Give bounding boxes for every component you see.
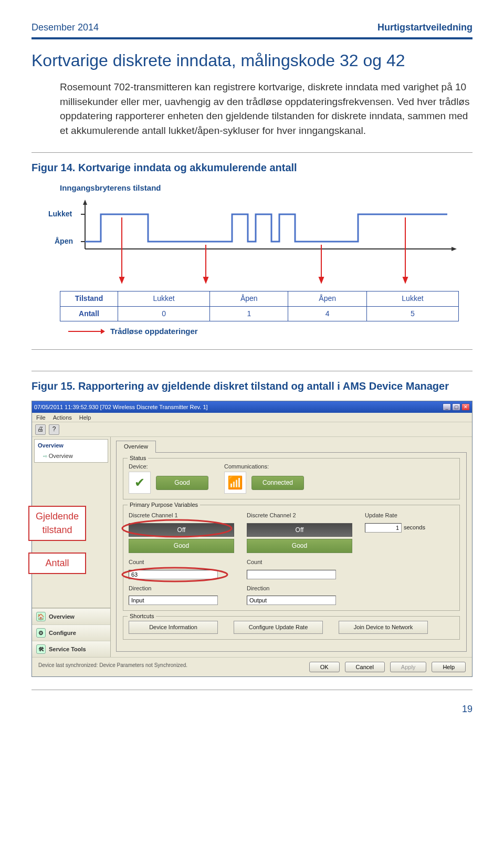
sidebar-item-overview[interactable]: 🏠 Overview	[32, 608, 110, 624]
ams-window: 07/05/2011 11:39:52.930 [702 Wireless Di…	[32, 401, 472, 677]
figure14-caption: Figur 14. Kortvarige inndata og akkumule…	[32, 160, 472, 175]
shortcuts-legend: Shortcuts	[128, 612, 156, 620]
divider	[32, 371, 472, 371]
divider	[32, 690, 472, 690]
window-titlebar: 07/05/2011 11:39:52.930 [702 Wireless Di…	[32, 401, 472, 413]
update-rate-label: Update Rate	[365, 512, 454, 519]
arrow-icon	[68, 329, 105, 334]
table-row: Tilstand Lukket Åpen Åpen Lukket	[60, 291, 459, 307]
section-heading: Kortvarige diskrete inndata, målingskode…	[32, 49, 472, 72]
cell: Åpen	[288, 291, 366, 307]
ppv-group: Primary Purpose Variables Discrete Chann…	[123, 505, 460, 611]
header-doc-title: Hurtigstartveiledning	[377, 21, 472, 34]
shortcut-configure-update-button[interactable]: Configure Update Rate	[234, 621, 323, 634]
channel1-direction-field[interactable]	[129, 596, 218, 605]
minimize-button[interactable]: _	[443, 403, 451, 411]
body-paragraph: Rosemount 702-transmitteren kan registre…	[60, 80, 472, 138]
comm-label: Communications:	[224, 463, 304, 471]
update-rate-unit: seconds	[404, 524, 425, 531]
check-icon: ✔	[129, 472, 151, 494]
sidebar-item-configure[interactable]: ⚙ Configure	[32, 624, 110, 641]
cell: Åpen	[210, 291, 288, 307]
figure14-table: Tilstand Lukket Åpen Åpen Lukket Antall …	[60, 291, 459, 321]
help-button[interactable]: Help	[432, 662, 466, 672]
cell: Lukket	[118, 291, 210, 307]
sync-status-text: Device last synchronized: Device Paramet…	[38, 662, 187, 672]
page-header: Desember 2014 Hurtigstartveiledning	[32, 21, 472, 34]
svg-marker-13	[403, 277, 407, 283]
cell: 5	[366, 306, 458, 321]
home-icon: 🏠	[36, 612, 46, 621]
ppv-legend: Primary Purpose Variables	[128, 501, 200, 509]
divider	[32, 152, 472, 153]
sidebar-item-label: Configure	[49, 629, 76, 637]
callout-state: Gjeldende tilstand	[28, 506, 86, 540]
figure15-caption: Figur 15. Rapportering av gjeldende disk…	[32, 379, 472, 393]
channel2-label: Discrete Channel 2	[247, 512, 352, 519]
figure14-subtitle: Inngangsbryterens tilstand	[60, 182, 472, 193]
apply-button[interactable]: Apply	[390, 662, 427, 672]
ellipse-highlight-icon	[119, 566, 232, 583]
menu-actions[interactable]: Actions	[53, 414, 72, 421]
menu-file[interactable]: File	[36, 414, 46, 421]
sidebar-tree-item[interactable]: Overview	[43, 452, 104, 460]
toolbar: 🖨 ?	[32, 422, 472, 437]
cell: Lukket	[366, 291, 458, 307]
shortcut-join-network-button[interactable]: Join Device to Network	[339, 621, 428, 634]
svg-marker-5	[452, 247, 457, 251]
svg-marker-11	[319, 277, 323, 283]
ellipse-highlight-icon	[119, 518, 235, 539]
window-footer: Device last synchronized: Device Paramet…	[32, 657, 472, 676]
y-label-open: Åpen	[55, 237, 73, 245]
status-legend: Status	[128, 454, 148, 462]
cell: 1	[210, 306, 288, 321]
shortcuts-group: Shortcuts Device Information Configure U…	[123, 616, 460, 640]
device-status-pill: Good	[156, 476, 208, 490]
figure14-chart: Lukket Åpen	[48, 196, 463, 286]
header-rule	[32, 37, 472, 39]
table-row: Antall 0 1 4 5	[60, 306, 459, 321]
direction-label: Direction	[129, 585, 234, 592]
status-group: Status Device: ✔ Good	[123, 458, 460, 499]
wrench-icon: 🛠	[36, 644, 46, 654]
header-date: Desember 2014	[32, 21, 99, 34]
row-label-state: Tilstand	[60, 291, 118, 307]
help-icon[interactable]: ?	[49, 424, 59, 435]
menu-help[interactable]: Help	[79, 414, 91, 421]
cell: 4	[288, 306, 366, 321]
update-markers	[120, 217, 407, 283]
channel2-count-field[interactable]	[247, 570, 336, 579]
channel2-good: Good	[247, 539, 352, 553]
direction-label: Direction	[247, 585, 352, 592]
device-label: Device:	[129, 463, 208, 471]
svg-point-17	[122, 568, 227, 581]
svg-marker-3	[83, 200, 87, 205]
sidebar-tree: Overview Overview	[34, 439, 108, 463]
update-rate-field[interactable]	[365, 523, 402, 533]
figure15-callouts: Gjeldende tilstand Antall	[28, 506, 86, 586]
callout-count: Antall	[28, 553, 86, 574]
channel2-direction-field[interactable]	[247, 596, 336, 605]
ok-button[interactable]: OK	[309, 662, 340, 672]
sidebar-item-service-tools[interactable]: 🛠 Service Tools	[32, 641, 110, 657]
comm-status-pill: Connected	[251, 476, 304, 490]
svg-marker-7	[120, 277, 124, 283]
figure14-legend: Trådløse oppdateringer	[68, 326, 472, 337]
channel2-state: Off	[247, 523, 352, 537]
wifi-icon: 📶	[224, 472, 246, 494]
tab-overview[interactable]: Overview	[116, 441, 156, 452]
print-icon[interactable]: 🖨	[35, 424, 46, 435]
waveform-line	[85, 214, 447, 242]
gear-icon: ⚙	[36, 628, 46, 638]
shortcut-device-info-button[interactable]: Device Information	[129, 621, 218, 634]
close-button[interactable]: ✕	[461, 403, 470, 411]
cancel-button[interactable]: Cancel	[345, 662, 385, 672]
window-title: 07/05/2011 11:39:52.930 [702 Wireless Di…	[34, 403, 208, 411]
divider	[32, 349, 472, 350]
row-label-count: Antall	[60, 306, 118, 321]
maximize-button[interactable]: ▢	[452, 403, 460, 411]
count-label: Count	[247, 558, 352, 566]
main-panel: Overview Status Device: ✔ Good	[111, 437, 472, 657]
menu-bar: File Actions Help	[32, 413, 472, 422]
sidebar-item-label: Service Tools	[49, 645, 86, 653]
